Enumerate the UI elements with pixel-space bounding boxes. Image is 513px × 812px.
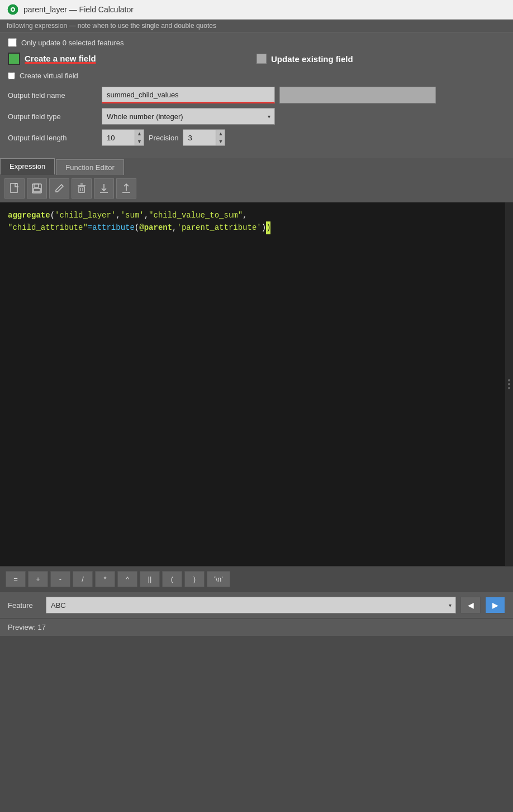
new-file-btn[interactable] [4, 178, 25, 199]
import-icon [98, 183, 110, 194]
arg-child-attr: "child_attribute" [8, 223, 88, 232]
new-file-icon [9, 183, 20, 194]
feature-next-btn[interactable]: ▶ [485, 597, 505, 613]
length-spin-control[interactable]: ▲ ▼ [135, 129, 144, 146]
svg-rect-3 [11, 183, 17, 192]
eq-sign: = [88, 223, 92, 232]
op-close-paren[interactable]: ) [184, 571, 205, 587]
arg-sum: 'sum' [121, 211, 144, 220]
feature-select[interactable]: ABC [46, 597, 456, 613]
arg-child-value: "child_value_to_sum" [149, 211, 243, 220]
svg-point-2 [12, 8, 14, 11]
virtual-field-row: Create virtual field [8, 72, 505, 80]
open-paren-1: ( [50, 211, 55, 220]
op-divide[interactable]: / [73, 571, 93, 587]
window-title: parent_layer — Field Calculator [23, 5, 134, 14]
import-btn[interactable] [94, 178, 114, 199]
svg-rect-8 [79, 187, 84, 192]
feature-row: Feature ABC ▾ ◀ ▶ [0, 592, 513, 618]
edit-btn[interactable] [49, 178, 69, 199]
main-content: Only update 0 selected features Create a… [0, 32, 513, 158]
op-minus[interactable]: - [50, 571, 70, 587]
output-field-name-right-box [279, 87, 436, 103]
create-new-field-section: Create a new field [8, 53, 256, 65]
svg-rect-6 [34, 184, 39, 187]
length-value[interactable]: 10 [102, 129, 135, 146]
only-update-checkbox[interactable] [8, 38, 17, 47]
output-field-name-label: Output field name [8, 91, 97, 100]
dot-3 [508, 387, 510, 389]
close-paren-1: ) [262, 223, 266, 232]
feature-prev-btn[interactable]: ◀ [460, 597, 481, 613]
dot-1 [508, 379, 510, 381]
delete-icon [76, 183, 87, 194]
keyword-attribute: attribute [92, 223, 135, 232]
operators-row: = + - / * ^ || ( ) '\n' [0, 566, 513, 592]
svg-rect-7 [34, 188, 40, 192]
keyword-aggregate: aggregate [8, 211, 50, 220]
op-multiply[interactable]: * [95, 571, 115, 587]
preview-value: 17 [37, 623, 45, 631]
preview-row: Preview: 17 [0, 618, 513, 636]
feature-select-wrapper: ABC ▾ [46, 597, 456, 613]
op-equals[interactable]: = [6, 571, 26, 587]
cursor-marker: ) [266, 221, 270, 234]
precision-spin-control[interactable]: ▲ ▼ [216, 129, 225, 146]
update-existing-checkbox-icon[interactable] [256, 54, 267, 64]
create-new-field-icon [8, 53, 20, 65]
export-btn[interactable] [116, 178, 136, 199]
code-editor-area: aggregate('child_layer','sum',"child_val… [0, 202, 513, 566]
code-line-1: aggregate('child_layer','sum',"child_val… [8, 209, 505, 221]
output-field-length-label: Output field length [8, 134, 97, 142]
editor-toolbar [0, 175, 513, 202]
export-icon [121, 183, 132, 194]
qgis-logo-icon [7, 3, 19, 16]
expression-editor[interactable]: aggregate('child_layer','sum',"child_val… [0, 202, 513, 566]
update-existing-label: Update existing field [271, 54, 353, 64]
open-paren-2: ( [135, 223, 139, 232]
save-btn[interactable] [27, 178, 47, 199]
output-field-type-select-wrapper: Whole number (integer) Decimal number (r… [102, 108, 275, 125]
dot-2 [508, 383, 510, 385]
top-note: following expression — note when to use … [0, 20, 513, 32]
op-concat[interactable]: || [140, 571, 160, 587]
precision-label: Precision [149, 134, 178, 142]
op-open-paren[interactable]: ( [162, 571, 182, 587]
precision-value[interactable]: 3 [183, 129, 216, 146]
op-power[interactable]: ^ [117, 571, 137, 587]
scrollbar-dots[interactable] [505, 202, 513, 566]
field-mode-row: Create a new field Update existing field [8, 53, 505, 65]
arg-parent-attr: 'parent_attribute' [177, 223, 262, 232]
op-newline[interactable]: '\n' [207, 571, 230, 587]
output-field-name-row: Output field name [8, 87, 505, 103]
keyword-parent: parent [144, 223, 172, 232]
tabs-row: Expression Function Editor [0, 158, 513, 175]
output-field-type-select[interactable]: Whole number (integer) Decimal number (r… [102, 108, 275, 125]
length-spin-down[interactable]: ▼ [135, 138, 144, 145]
only-update-label: Only update 0 selected features [21, 39, 124, 47]
arg-child-layer: 'child_layer' [55, 211, 116, 220]
update-existing-field-section: Update existing field [256, 54, 505, 64]
feature-label: Feature [8, 601, 41, 610]
output-field-type-label: Output field type [8, 112, 97, 121]
edit-icon [54, 183, 65, 194]
op-plus[interactable]: + [28, 571, 48, 587]
precision-spin-group: 3 ▲ ▼ [183, 129, 225, 146]
delete-btn[interactable] [72, 178, 92, 199]
output-field-type-row: Output field type Whole number (integer)… [8, 108, 505, 125]
at-symbol: @ [139, 223, 144, 232]
save-icon [31, 183, 42, 194]
output-field-length-row: Output field length 10 ▲ ▼ Precision 3 ▲… [8, 129, 505, 146]
precision-spin-down[interactable]: ▼ [216, 138, 225, 145]
tab-expression[interactable]: Expression [0, 158, 55, 175]
title-bar: parent_layer — Field Calculator [0, 0, 513, 20]
virtual-field-checkbox[interactable] [8, 72, 15, 79]
length-spin-group: 10 ▲ ▼ [102, 129, 144, 146]
tab-function-editor[interactable]: Function Editor [56, 159, 124, 175]
precision-spin-up[interactable]: ▲ [216, 130, 225, 138]
create-new-field-label: Create a new field [25, 54, 96, 63]
output-field-name-input[interactable] [102, 87, 275, 103]
preview-label: Preview: [8, 623, 36, 631]
only-update-row: Only update 0 selected features [8, 38, 505, 47]
length-spin-up[interactable]: ▲ [135, 130, 144, 138]
